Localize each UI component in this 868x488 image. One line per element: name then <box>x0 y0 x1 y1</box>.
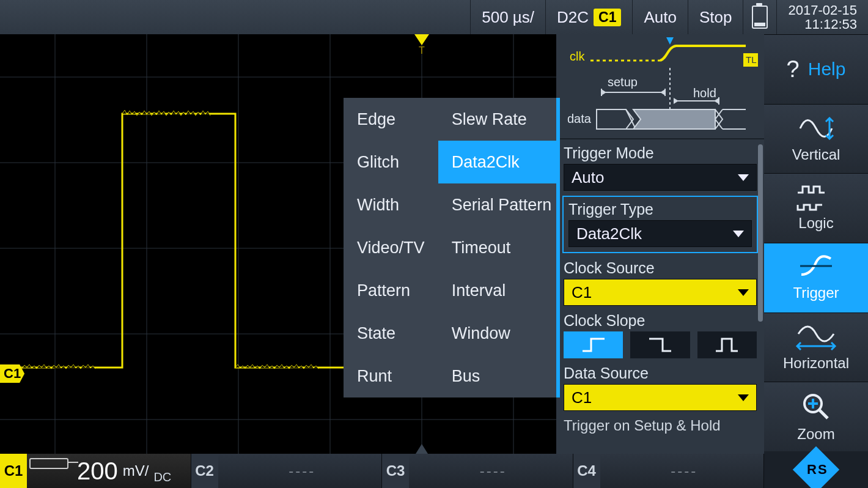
panel-scrollbar[interactable] <box>758 144 763 322</box>
trigger-type-value: Data2Clk <box>576 224 642 243</box>
trig-type-state[interactable]: State <box>344 312 438 355</box>
zoom-icon <box>801 391 831 422</box>
trigger-mode-dropdown[interactable]: Auto <box>564 164 757 191</box>
battery-indicator <box>743 0 776 34</box>
trig-type-slew-rate[interactable]: Slew Rate <box>438 98 556 141</box>
trigger-mode-label: Trigger Mode <box>564 144 757 162</box>
channel-ground-marker-c1[interactable]: C1 <box>0 364 24 383</box>
softkey-zoom[interactable]: Zoom <box>764 382 868 451</box>
svg-text:T: T <box>419 45 425 56</box>
brand-logo: R S <box>764 451 868 488</box>
svg-marker-14 <box>416 444 428 454</box>
channel-bar: C1 200 mV/ DC C2 ---- C3 ---- C4 ---- <box>0 454 764 488</box>
trigger-mode-readout[interactable]: Auto <box>632 0 688 34</box>
chevron-down-icon <box>738 174 749 181</box>
trigger-src-label: D2C <box>557 8 589 27</box>
falling-edge-icon <box>647 336 674 353</box>
trig-type-bus[interactable]: Bus <box>438 355 556 397</box>
trig-type-pattern[interactable]: Pattern <box>344 269 438 312</box>
battery-icon <box>752 6 768 29</box>
clock-source-value: C1 <box>572 283 592 302</box>
diagram-data-label: data <box>567 112 592 125</box>
field-trigger-mode: Trigger Mode Auto <box>564 144 757 191</box>
softkey-help[interactable]: ? Help <box>764 34 868 104</box>
softkey-zoom-label: Zoom <box>797 426 834 443</box>
trig-type-video[interactable]: Video/TV <box>344 226 438 269</box>
horizontal-icon <box>795 323 837 351</box>
probe-icon <box>29 458 68 469</box>
diagram-clk-label: clk <box>570 50 585 63</box>
trig-type-width[interactable]: Width <box>344 183 438 226</box>
channel-inactive-indicator: ---- <box>223 462 382 479</box>
channel-button-c1[interactable]: C1 200 mV/ DC <box>0 454 191 488</box>
channel-button-c4[interactable]: C4 ---- <box>573 454 765 488</box>
clock-slope-falling[interactable] <box>630 331 690 358</box>
diagram-setup-label: setup <box>608 75 638 89</box>
trigger-mode-value: Auto <box>572 168 605 187</box>
channel-scale-value: 200 <box>73 457 118 485</box>
trig-type-timeout[interactable]: Timeout <box>438 226 556 269</box>
softkey-logic-label: Logic <box>798 215 833 232</box>
field-data-source: Data Source C1 <box>564 364 757 411</box>
softkey-column: ? Help Vertical Logic Trigger <box>764 34 868 488</box>
clock-slope-rising[interactable] <box>564 331 623 358</box>
channel-scale-unit: mV/ <box>123 464 149 478</box>
trigger-type-dropdown[interactable]: Data2Clk <box>568 220 752 247</box>
time-readout: 11:12:53 <box>788 17 857 31</box>
trigger-source-readout[interactable]: D2C C1 <box>545 0 632 34</box>
trig-type-serial-pattern[interactable]: Serial Pattern <box>438 183 556 226</box>
softkey-help-label: Help <box>808 59 846 79</box>
trig-type-window[interactable]: Window <box>438 312 556 355</box>
softkey-horizontal-label: Horizontal <box>783 355 849 372</box>
softkey-vertical-label: Vertical <box>792 146 840 163</box>
trig-type-data2clk[interactable]: Data2Clk <box>438 141 556 183</box>
data-source-value: C1 <box>572 388 592 407</box>
clock-slope-label: Clock Slope <box>564 312 757 330</box>
clock-slope-either[interactable] <box>697 331 757 358</box>
channel-coupling: DC <box>153 470 171 488</box>
channel-inactive-indicator: ---- <box>414 462 573 479</box>
clock-source-dropdown[interactable]: C1 <box>564 279 757 306</box>
timebase-readout[interactable]: 500 µs/ <box>470 0 545 34</box>
vertical-icon <box>798 114 834 142</box>
trigger-settings-panel: clk TL setup hold data <box>556 34 764 454</box>
softkey-logic[interactable]: Logic <box>764 173 868 243</box>
date-readout: 2017-02-15 <box>788 3 857 17</box>
chevron-down-icon <box>733 231 744 237</box>
trigger-type-label: Trigger Type <box>568 201 752 218</box>
softkey-trigger[interactable]: Trigger <box>764 243 868 312</box>
rising-edge-icon <box>580 336 607 353</box>
run-state-readout[interactable]: Stop <box>688 0 743 34</box>
svg-marker-12 <box>414 34 429 45</box>
diagram-hold-label: hold <box>693 86 716 100</box>
setup-hold-section-title: Trigger on Setup & Hold <box>564 417 757 434</box>
chevron-down-icon <box>738 394 749 401</box>
trigger-timing-diagram: clk TL setup hold data <box>556 34 764 139</box>
trig-type-interval[interactable]: Interval <box>438 269 556 312</box>
field-clock-slope: Clock Slope <box>564 312 757 358</box>
softkey-horizontal[interactable]: Horizontal <box>764 312 868 382</box>
clock-source-label: Clock Source <box>564 259 757 277</box>
trig-type-runt[interactable]: Runt <box>344 355 438 397</box>
channel-button-c2[interactable]: C2 ---- <box>191 454 383 488</box>
data-source-label: Data Source <box>564 364 757 382</box>
trig-type-edge[interactable]: Edge <box>344 98 438 141</box>
channel-tag-c4: C4 <box>573 454 600 488</box>
softkey-vertical[interactable]: Vertical <box>764 104 868 174</box>
status-bar: 500 µs/ D2C C1 Auto Stop 2017-02-15 11:1… <box>0 0 868 34</box>
field-trigger-type: Trigger Type Data2Clk <box>562 196 758 253</box>
channel-inactive-indicator: ---- <box>605 462 764 479</box>
trigger-type-menu: Edge Slew Rate Glitch Data2Clk Width Ser… <box>344 98 560 397</box>
svg-marker-15 <box>666 37 674 45</box>
channel-button-c3[interactable]: C3 ---- <box>382 454 573 488</box>
softkey-trigger-label: Trigger <box>793 284 839 301</box>
diagram-tl-label: TL <box>746 54 757 65</box>
channel-tag-c2: C2 <box>191 454 218 488</box>
field-clock-source: Clock Source C1 <box>564 259 757 306</box>
trig-type-glitch[interactable]: Glitch <box>344 141 438 183</box>
logic-icon <box>796 185 836 211</box>
data-source-dropdown[interactable]: C1 <box>564 384 757 411</box>
chevron-down-icon <box>738 289 749 296</box>
trigger-src-channel-badge: C1 <box>594 9 621 26</box>
help-icon: ? <box>787 56 800 83</box>
